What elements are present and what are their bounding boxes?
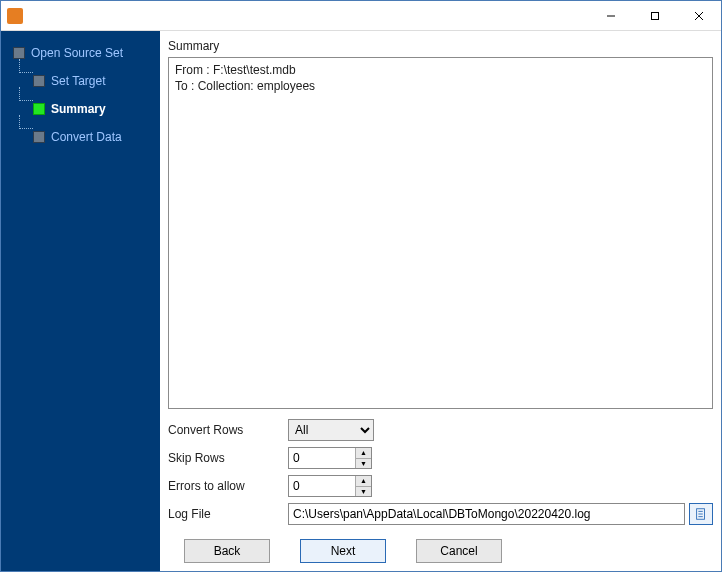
- minimize-button[interactable]: [589, 1, 633, 30]
- wizard-step-convert-data[interactable]: Convert Data: [1, 123, 160, 151]
- errors-allow-input[interactable]: [289, 476, 355, 496]
- step-marker-icon: [33, 131, 45, 143]
- errors-allow-label: Errors to allow: [168, 479, 288, 493]
- window-controls: [589, 1, 721, 30]
- skip-rows-input[interactable]: [289, 448, 355, 468]
- browse-log-file-button[interactable]: [689, 503, 713, 525]
- log-file-label: Log File: [168, 507, 288, 521]
- wizard-sidebar: Open Source Set Set Target Summary Conve…: [1, 31, 160, 571]
- titlebar: [1, 1, 721, 31]
- spin-down-button[interactable]: ▼: [356, 487, 371, 497]
- step-label: Convert Data: [51, 130, 122, 144]
- spin-up-button[interactable]: ▲: [356, 476, 371, 487]
- main-panel: Summary From : F:\test\test.mdb To : Col…: [160, 31, 721, 571]
- step-marker-icon: [33, 75, 45, 87]
- convert-rows-select[interactable]: All: [288, 419, 374, 441]
- maximize-button[interactable]: [633, 1, 677, 30]
- summary-textarea[interactable]: From : F:\test\test.mdb To : Collection:…: [168, 57, 713, 409]
- application-window: Open Source Set Set Target Summary Conve…: [0, 0, 722, 572]
- skip-rows-spinner[interactable]: ▲ ▼: [288, 447, 372, 469]
- step-label: Summary: [51, 102, 106, 116]
- panel-title: Summary: [168, 37, 713, 57]
- cancel-button[interactable]: Cancel: [416, 539, 502, 563]
- step-marker-icon: [33, 103, 45, 115]
- back-button[interactable]: Back: [184, 539, 270, 563]
- step-marker-icon: [13, 47, 25, 59]
- content-area: Open Source Set Set Target Summary Conve…: [1, 31, 721, 571]
- step-label: Set Target: [51, 74, 105, 88]
- spin-down-button[interactable]: ▼: [356, 459, 371, 469]
- svg-rect-1: [652, 12, 659, 19]
- errors-allow-spinner[interactable]: ▲ ▼: [288, 475, 372, 497]
- next-button[interactable]: Next: [300, 539, 386, 563]
- convert-rows-label: Convert Rows: [168, 423, 288, 437]
- close-button[interactable]: [677, 1, 721, 30]
- skip-rows-label: Skip Rows: [168, 451, 288, 465]
- wizard-button-bar: Back Next Cancel: [168, 539, 713, 563]
- document-icon: [694, 507, 708, 521]
- step-label: Open Source Set: [31, 46, 123, 60]
- options-grid: Convert Rows All Skip Rows ▲ ▼: [168, 419, 713, 525]
- spin-up-button[interactable]: ▲: [356, 448, 371, 459]
- app-icon: [7, 8, 23, 24]
- log-file-input[interactable]: [288, 503, 685, 525]
